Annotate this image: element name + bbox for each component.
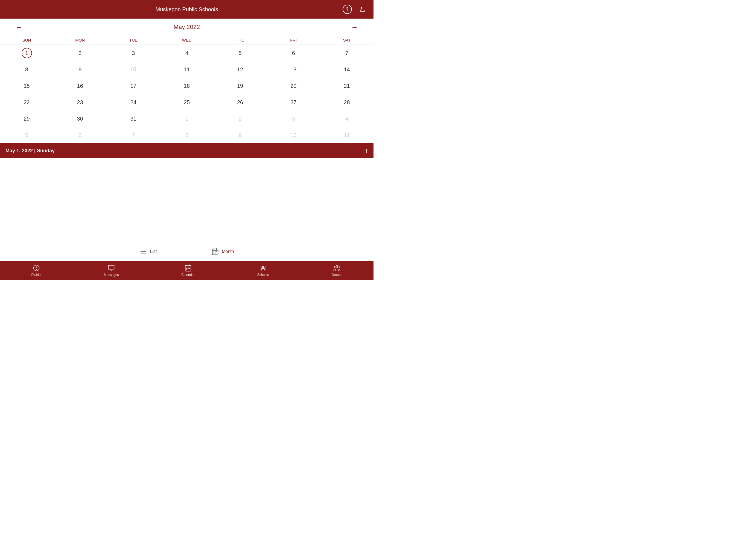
calendar-grid: 1234567891011121314151617181920212223242…	[0, 45, 374, 143]
calendar-day[interactable]: 8	[0, 61, 53, 78]
calendar-day[interactable]: 9	[53, 61, 107, 78]
calendar-day[interactable]: 2	[213, 110, 267, 127]
share-button[interactable]	[357, 4, 368, 15]
nav-schools[interactable]: Schools	[257, 264, 269, 277]
day-number: 4	[341, 113, 352, 124]
bottom-nav: District Messages Calendar	[0, 261, 374, 280]
month-label: Month	[222, 249, 234, 254]
calendar-day[interactable]: 3	[267, 110, 320, 127]
scroll-up-icon[interactable]: ↑	[365, 147, 368, 154]
calendar-day[interactable]: 23	[53, 94, 107, 110]
calendar-day[interactable]: 30	[53, 110, 107, 127]
schools-icon	[259, 264, 267, 272]
calendar-day[interactable]: 29	[0, 110, 53, 127]
calendar-day[interactable]: 18	[160, 78, 213, 94]
day-number: 24	[128, 97, 138, 107]
day-number: 25	[182, 97, 192, 107]
nav-calendar[interactable]: Calendar	[181, 264, 195, 277]
nav-groups[interactable]: Groups	[331, 264, 342, 277]
next-month-button[interactable]: →	[347, 21, 363, 34]
list-icon	[139, 248, 147, 255]
day-headers: SUN MON TUE WED THU FRI SAT	[0, 35, 374, 45]
nav-messages-label: Messages	[104, 273, 119, 277]
day-number: 26	[235, 97, 245, 107]
calendar-day[interactable]: 1	[0, 45, 53, 61]
svg-point-14	[36, 269, 36, 270]
calendar-day[interactable]: 31	[107, 110, 160, 127]
nav-schools-label: Schools	[257, 273, 269, 277]
calendar-day[interactable]: 28	[320, 94, 374, 110]
day-number: 2	[235, 113, 245, 124]
day-number: 18	[182, 81, 192, 91]
day-number: 2	[75, 48, 85, 58]
header-actions: ?	[342, 4, 368, 15]
day-number: 15	[22, 81, 32, 91]
calendar-day[interactable]: 8	[160, 127, 213, 143]
prev-month-button[interactable]: ←	[11, 21, 27, 34]
svg-point-8	[215, 252, 215, 252]
nav-messages[interactable]: Messages	[104, 264, 119, 277]
calendar-day[interactable]: 5	[0, 127, 53, 143]
calendar-day[interactable]: 7	[320, 45, 374, 61]
day-number: 7	[128, 130, 138, 140]
svg-point-22	[189, 268, 189, 269]
day-number: 11	[341, 130, 352, 140]
svg-point-21	[188, 268, 188, 269]
calendar-day[interactable]: 17	[107, 78, 160, 94]
calendar-day[interactable]: 15	[0, 78, 53, 94]
day-number: 10	[288, 130, 299, 140]
selected-date-bar: May 1, 2022 | Sunday ↑	[0, 143, 374, 158]
help-button[interactable]: ?	[342, 4, 353, 15]
day-header-thu: THU	[213, 35, 267, 45]
calendar-day[interactable]: 6	[53, 127, 107, 143]
calendar-day[interactable]: 19	[213, 78, 267, 94]
month-nav: ← May 2022 →	[0, 19, 374, 35]
day-number: 7	[341, 48, 352, 58]
nav-calendar-label: Calendar	[181, 273, 195, 277]
calendar-day[interactable]: 5	[213, 45, 267, 61]
calendar-day[interactable]: 22	[0, 94, 53, 110]
calendar-day[interactable]: 7	[107, 127, 160, 143]
nav-district[interactable]: District	[31, 264, 41, 277]
calendar-day[interactable]: 4	[320, 110, 374, 127]
day-number: 23	[75, 97, 85, 107]
day-number: 3	[288, 113, 299, 124]
calendar-day[interactable]: 9	[213, 127, 267, 143]
calendar-day[interactable]: 16	[53, 78, 107, 94]
calendar-day[interactable]: 10	[267, 127, 320, 143]
calendar-day[interactable]: 20	[267, 78, 320, 94]
calendar-day[interactable]: 27	[267, 94, 320, 110]
calendar-day[interactable]: 13	[267, 61, 320, 78]
calendar-day[interactable]: 1	[160, 110, 213, 127]
calendar-day[interactable]: 11	[160, 61, 213, 78]
calendar-day[interactable]: 10	[107, 61, 160, 78]
day-number: 20	[288, 81, 299, 91]
month-view-button[interactable]: Month	[211, 248, 234, 255]
day-number: 12	[235, 64, 245, 75]
svg-point-9	[216, 252, 217, 252]
day-number: 31	[128, 113, 138, 124]
calendar-day[interactable]: 6	[267, 45, 320, 61]
calendar-container: ← May 2022 → SUN MON TUE WED THU FRI SAT…	[0, 19, 374, 158]
calendar-day[interactable]: 25	[160, 94, 213, 110]
day-number: 16	[75, 81, 85, 91]
calendar-day[interactable]: 4	[160, 45, 213, 61]
calendar-day[interactable]: 26	[213, 94, 267, 110]
day-number: 3	[128, 48, 138, 58]
day-header-wed: WED	[160, 35, 213, 45]
month-calendar-icon	[211, 248, 219, 255]
calendar-day[interactable]: 24	[107, 94, 160, 110]
day-number: 28	[341, 97, 352, 107]
calendar-day[interactable]: 14	[320, 61, 374, 78]
calendar-day[interactable]: 21	[320, 78, 374, 94]
list-label: List	[150, 249, 157, 254]
calendar-day[interactable]: 3	[107, 45, 160, 61]
calendar-day[interactable]: 12	[213, 61, 267, 78]
svg-point-20	[186, 268, 187, 269]
calendar-day[interactable]: 11	[320, 127, 374, 143]
calendar-day[interactable]: 2	[53, 45, 107, 61]
list-view-button[interactable]: List	[139, 248, 157, 255]
view-toggles: List Month	[0, 242, 374, 261]
share-icon	[359, 6, 366, 12]
selected-date-label: May 1, 2022 | Sunday	[5, 148, 55, 154]
